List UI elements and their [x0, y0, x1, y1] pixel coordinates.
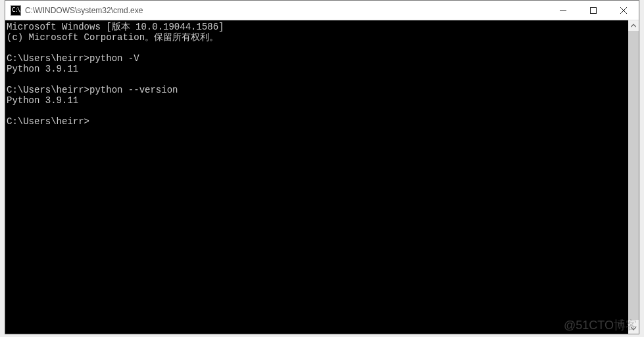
maximize-icon [590, 7, 597, 14]
scroll-thumb[interactable] [628, 31, 639, 320]
terminal-line: Python 3.9.11 [7, 64, 628, 74]
terminal-line [7, 43, 628, 53]
terminal-line: Python 3.9.11 [7, 95, 628, 106]
scroll-up-button[interactable] [628, 20, 639, 31]
terminal-line [7, 106, 628, 116]
maximize-button[interactable] [578, 1, 608, 20]
close-button[interactable] [608, 1, 639, 20]
cmd-window: C:\ C:\WINDOWS\system32\cmd.exe Microsof… [5, 0, 639, 334]
scroll-down-button[interactable] [628, 323, 639, 334]
client-area: Microsoft Windows [版本 10.0.19044.1586](c… [5, 20, 639, 334]
window-title: C:\WINDOWS\system32\cmd.exe [25, 6, 548, 15]
terminal-line: (c) Microsoft Corporation。保留所有权利。 [7, 32, 628, 43]
minimize-button[interactable] [548, 1, 578, 20]
terminal-line [7, 74, 628, 85]
terminal-line: C:\Users\heirr> [7, 116, 628, 127]
close-icon [620, 7, 627, 14]
chevron-down-icon [631, 326, 636, 331]
terminal-line: C:\Users\heirr>python -V [7, 53, 628, 64]
app-icon: C:\ [11, 5, 21, 16]
vertical-scrollbar[interactable] [628, 20, 639, 334]
svg-rect-0 [591, 7, 597, 13]
terminal-line: Microsoft Windows [版本 10.0.19044.1586] [7, 22, 628, 32]
terminal-output[interactable]: Microsoft Windows [版本 10.0.19044.1586](c… [5, 20, 628, 334]
terminal-line: C:\Users\heirr>python --version [7, 85, 628, 95]
chevron-up-icon [631, 23, 636, 28]
titlebar[interactable]: C:\ C:\WINDOWS\system32\cmd.exe [5, 1, 639, 20]
window-controls [548, 1, 639, 20]
minimize-icon [560, 7, 566, 14]
